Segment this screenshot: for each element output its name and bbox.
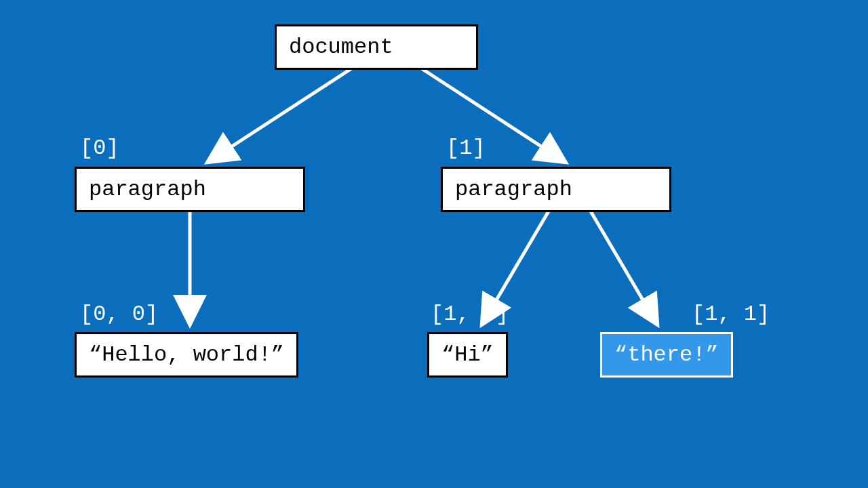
path-label-0: [0] — [80, 136, 119, 161]
tree-edges — [0, 0, 868, 488]
node-paragraph-0: paragraph — [75, 167, 305, 212]
node-paragraph-1: paragraph — [441, 167, 671, 212]
path-label-0-0: [0, 0] — [80, 302, 158, 327]
node-text-1-1-highlighted: “there!” — [600, 332, 733, 378]
node-document: document — [275, 24, 478, 70]
node-text-1-0: “Hi” — [427, 332, 508, 378]
path-label-1-1: [1, 1] — [692, 302, 770, 327]
node-text-0-0: “Hello, world!” — [75, 332, 298, 378]
path-label-1-0: [1, 0] — [431, 302, 509, 327]
svg-line-1 — [207, 68, 353, 163]
svg-line-5 — [590, 210, 658, 325]
path-label-1: [1] — [446, 136, 486, 161]
svg-line-2 — [420, 68, 566, 163]
